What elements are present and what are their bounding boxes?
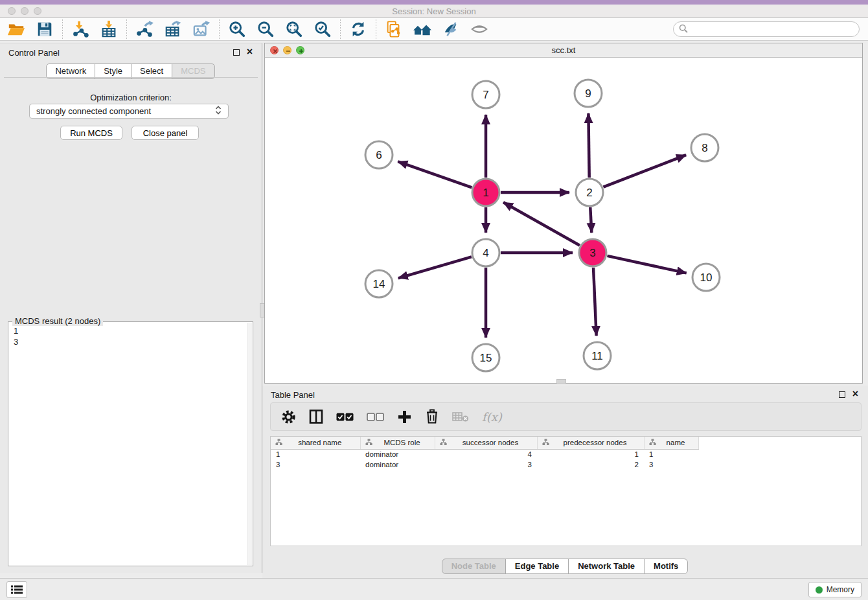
refresh-icon[interactable]: [348, 19, 368, 39]
zoom-out-icon[interactable]: [256, 19, 275, 39]
sort-hierarchy-icon: [275, 439, 282, 447]
window-title: Session: New Session: [0, 6, 868, 16]
export-network-icon[interactable]: [135, 19, 154, 39]
home-icon[interactable]: [413, 19, 432, 39]
export-image-icon[interactable]: [192, 19, 211, 39]
column-header-predecessor-nodes[interactable]: predecessor nodes: [537, 437, 644, 449]
mcds-result-list[interactable]: 13: [8, 324, 247, 566]
save-icon[interactable]: [35, 19, 54, 39]
table-cell[interactable]: 2: [537, 459, 644, 470]
table-cell[interactable]: dominator: [360, 459, 435, 470]
column-header-name[interactable]: name: [644, 437, 698, 449]
criterion-dropdown[interactable]: strongly connected component: [29, 104, 229, 119]
toolbar-separator: [340, 19, 341, 39]
table-panel-header: Table Panel ×: [262, 386, 868, 404]
table-cell[interactable]: 3: [271, 459, 360, 470]
graph-edge-2-3[interactable]: [590, 207, 591, 233]
table-row[interactable]: 1dominator411: [271, 449, 698, 459]
duplicate-network-icon[interactable]: [384, 19, 404, 39]
float-table-panel-icon[interactable]: [839, 391, 845, 398]
toolbar-separator: [376, 19, 376, 39]
main-toolbar: [0, 18, 868, 41]
delete-column-icon[interactable]: [425, 409, 439, 424]
select-all-icon[interactable]: [336, 413, 354, 421]
mcds-result-box: MCDS result (2 nodes) 13: [8, 321, 253, 566]
memory-label: Memory: [827, 585, 854, 594]
column-header-shared-name[interactable]: shared name: [271, 437, 360, 449]
application-window: Session: New Session: [0, 0, 868, 600]
table-panel-title: Table Panel: [271, 390, 315, 400]
sort-hierarchy-icon: [542, 439, 549, 447]
task-history-button[interactable]: [6, 581, 27, 598]
table-row[interactable]: 3dominator323: [271, 459, 698, 470]
graph-edge-2-8[interactable]: [603, 155, 686, 187]
table-cell[interactable]: dominator: [360, 449, 435, 459]
graph-edge-1-6[interactable]: [398, 161, 472, 187]
graph-node-label: 7: [483, 89, 488, 101]
table-cell[interactable]: 1: [271, 449, 360, 459]
table-cell[interactable]: 1: [644, 449, 698, 459]
node-table[interactable]: shared nameMCDS rolesuccessor nodesprede…: [270, 436, 862, 546]
open-folder-icon[interactable]: [6, 19, 26, 39]
table-cell[interactable]: 4: [435, 449, 537, 459]
close-table-panel-icon[interactable]: ×: [852, 388, 858, 400]
optimization-criterion-label: Optimization criterion:: [4, 93, 258, 102]
table-cell[interactable]: 3: [644, 459, 698, 470]
show-graphics-details-icon[interactable]: [470, 19, 489, 39]
horizontal-splitter-handle[interactable]: [556, 379, 566, 384]
sort-hierarchy-icon: [440, 439, 447, 447]
toolbar-separator: [219, 19, 220, 39]
close-panel-icon[interactable]: ×: [247, 46, 253, 58]
float-panel-icon[interactable]: [233, 49, 240, 56]
graph-node-label: 11: [591, 350, 603, 362]
run-mcds-button[interactable]: Run MCDS: [60, 126, 122, 140]
table-panel: Table Panel ×: [262, 386, 868, 578]
import-table-icon[interactable]: [99, 19, 119, 39]
delete-table-icon[interactable]: [452, 411, 469, 422]
mcds-pane: Optimization criterion: strongly connect…: [4, 77, 258, 570]
split-columns-icon[interactable]: [309, 410, 323, 424]
sort-hierarchy-icon: [365, 439, 372, 447]
graph-edge-4-14[interactable]: [398, 257, 472, 278]
function-builder-icon[interactable]: f(x): [482, 410, 502, 424]
tab-network-table[interactable]: Network Table: [568, 559, 645, 574]
zoom-in-icon[interactable]: [227, 19, 247, 39]
graph-edge-3-11[interactable]: [593, 268, 597, 336]
import-network-icon[interactable]: [71, 19, 90, 39]
search-input[interactable]: [691, 25, 854, 34]
tab-motifs[interactable]: Motifs: [644, 559, 688, 574]
column-header-MCDS-role[interactable]: MCDS role: [360, 437, 435, 449]
table-cell[interactable]: 3: [435, 459, 537, 470]
search-box[interactable]: [673, 21, 860, 37]
network-canvas[interactable]: 7968124314101511: [265, 58, 862, 383]
memory-status-dot: [816, 586, 823, 594]
export-table-icon[interactable]: [163, 19, 183, 39]
control-panel-header: Control Panel ×: [0, 43, 262, 62]
deselect-all-icon[interactable]: [367, 413, 384, 421]
mcds-result-item: 1: [14, 325, 247, 336]
add-column-icon[interactable]: [397, 410, 412, 424]
graph-edge-3-10[interactable]: [607, 256, 686, 273]
desktop-strip: [0, 0, 868, 5]
zoom-selected-icon[interactable]: [313, 19, 332, 39]
search-icon: [679, 24, 688, 35]
tab-node-table[interactable]: Node Table: [442, 559, 506, 574]
control-panel-title: Control Panel: [8, 48, 60, 58]
table-cell[interactable]: 1: [537, 449, 644, 459]
hide-graphics-details-icon[interactable]: [441, 19, 461, 39]
control-panel: Control Panel × NetworkStyleSelectMCDS O…: [0, 43, 262, 573]
graph-edge-3-1[interactable]: [503, 202, 580, 245]
graph-node-label: 10: [700, 271, 713, 284]
gear-icon[interactable]: [281, 410, 296, 424]
graph-edge-2-9[interactable]: [588, 113, 589, 178]
zoom-fit-icon[interactable]: [284, 19, 304, 39]
status-bar: Memory: [0, 578, 868, 600]
close-panel-button[interactable]: Close panel: [131, 126, 199, 140]
tab-edge-table[interactable]: Edge Table: [505, 559, 569, 574]
result-scrollbar[interactable]: [247, 323, 252, 565]
window-titlebar: Session: New Session: [0, 5, 868, 18]
memory-button[interactable]: Memory: [808, 582, 862, 597]
graph-node-label: 4: [483, 247, 488, 259]
column-header-successor-nodes[interactable]: successor nodes: [435, 437, 537, 449]
sort-hierarchy-icon: [649, 439, 656, 447]
